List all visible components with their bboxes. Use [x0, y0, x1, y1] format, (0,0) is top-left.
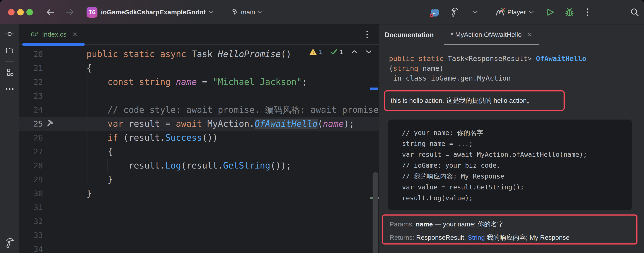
line-gutter: 25 — [19, 117, 67, 131]
doc-code-line: var result = await MyAction.ofAwaitHello… — [402, 149, 632, 160]
line-gutter: 21 — [19, 61, 67, 75]
sidebar-item-structure[interactable] — [4, 66, 16, 79]
run-configuration-icon[interactable] — [495, 7, 505, 17]
line-gutter: 29 — [19, 172, 67, 186]
code-token: if — [108, 133, 118, 143]
documentation-panel: Documentation * MyAction.OfAwaitHello pu… — [379, 24, 644, 253]
code-token: ; — [302, 77, 307, 87]
code-line[interactable]: 33 — [19, 228, 379, 242]
project-name[interactable]: ioGameSdkCsharpExampleGodot — [101, 8, 206, 16]
code-line[interactable]: 25 var result = await MyAction.OfAwaitHe… — [19, 117, 379, 131]
project-chevron-down-icon[interactable] — [208, 10, 214, 14]
code-token: name — [416, 221, 433, 228]
code-token: ( — [389, 64, 393, 72]
prev-problem-chevron-up-icon[interactable] — [351, 50, 358, 54]
doc-code-line: result.Log(value); — [402, 193, 632, 204]
code-token: MyAction. — [202, 119, 255, 129]
code-line[interactable]: 21{ — [19, 61, 379, 75]
code-token: GetString — [223, 160, 270, 171]
doc-code-line: string name = ...; — [402, 138, 632, 149]
code-text: { — [67, 147, 113, 157]
inspections-widget[interactable]: 1 1 — [309, 48, 372, 55]
godot-engine-icon[interactable] — [429, 7, 441, 18]
search-everywhere-icon[interactable] — [630, 8, 639, 17]
next-problem-chevron-down-icon[interactable] — [366, 50, 372, 54]
code-token: await — [176, 119, 202, 129]
doc-description: this is hello action. 这是我的提供的 hello acti… — [391, 96, 533, 105]
code-token: . — [456, 74, 460, 82]
code-token: "Michael Jackson" — [212, 77, 302, 87]
code-token: ioGame — [431, 74, 456, 82]
build-hammer-icon[interactable] — [450, 7, 459, 17]
doc-params-highlight-box: Params: name — your name; 你的名字 Returns: … — [382, 215, 638, 245]
project-icon-label: IG — [88, 9, 96, 16]
line-number: 27 — [34, 147, 43, 156]
debug-button[interactable] — [565, 7, 574, 17]
tab-index-cs[interactable]: C# Index.cs — [22, 24, 85, 44]
minimize-window-button[interactable] — [17, 9, 24, 15]
doc-code-line: // ioGame: your biz code. — [402, 160, 632, 171]
code-token: result = — [124, 119, 176, 129]
gutter-hammer-icon[interactable] — [45, 119, 54, 128]
editor-options-kebab-icon[interactable] — [366, 30, 368, 38]
code-token: name — [176, 77, 197, 87]
code-text: public static async Task HelloPromise() — [67, 49, 291, 59]
code-text: { — [67, 63, 92, 73]
line-number: 31 — [34, 203, 43, 212]
code-line[interactable]: 30} — [19, 186, 379, 200]
code-text: const string name = "Michael Jackson"; — [67, 77, 307, 87]
code-line[interactable]: 22 const string name = "Michael Jackson"… — [19, 75, 379, 89]
branch-chevron-down-icon — [258, 10, 263, 14]
doc-returns-line: Returns: ResponseResult, String 我的响应内容; … — [390, 233, 636, 242]
line-number: 23 — [34, 91, 43, 100]
sidebar-item-project[interactable] — [4, 44, 16, 57]
editor-tab-bar: C# Index.cs — [19, 24, 379, 45]
sidebar-item-more-tools[interactable] — [4, 83, 16, 95]
run-button[interactable] — [546, 8, 554, 16]
code-token: public static — [389, 54, 448, 63]
vcs-widget[interactable]: main — [231, 8, 263, 16]
code-line[interactable]: 29 } — [19, 172, 379, 186]
sidebar-item-commit[interactable] — [4, 28, 16, 40]
doc-tab-label: * MyAction.OfAwaitHello — [451, 31, 522, 38]
code-token: } — [86, 174, 113, 184]
more-actions-kebab-icon[interactable] — [586, 7, 589, 17]
code-line[interactable]: 28 result.Log(result.GetString()); — [19, 159, 379, 172]
close-window-button[interactable] — [8, 9, 14, 15]
code-token: HelloPromise — [218, 49, 281, 59]
line-gutter: 27 — [19, 145, 67, 159]
run-configuration-chevron-down-icon[interactable] — [528, 10, 534, 14]
forward-button[interactable] — [65, 8, 75, 16]
code-line[interactable]: 24 // code style: await promise. 编码风格: a… — [19, 103, 379, 117]
doc-tab-close-icon[interactable] — [527, 32, 532, 37]
panel-title[interactable]: Documentation — [384, 31, 434, 39]
code-line[interactable]: 23 — [19, 89, 379, 103]
zoom-window-button[interactable] — [26, 9, 33, 15]
doc-signature-line: in class ioGame.gen.MyAction — [389, 73, 586, 83]
line-number: 20 — [34, 50, 43, 59]
line-gutter: 20 — [19, 47, 67, 61]
code-token: string — [393, 64, 418, 72]
back-button[interactable] — [46, 8, 55, 16]
build-chevron-down-icon[interactable] — [472, 10, 478, 14]
tab-close-icon[interactable] — [72, 31, 78, 37]
code-text: if (result.Success()) — [67, 133, 218, 143]
code-line[interactable]: 27 { — [19, 145, 379, 159]
code-line[interactable]: 32 — [19, 214, 379, 228]
run-configuration-name[interactable]: Player — [507, 8, 526, 16]
sidebar-item-build[interactable] — [4, 237, 16, 249]
doc-signature-line: public static Task<ResponseResult> OfAwa… — [389, 54, 586, 64]
code-line[interactable]: 26 if (result.Success()) — [19, 131, 379, 145]
code-line[interactable]: 31 — [19, 200, 379, 214]
activity-bar — [0, 24, 19, 253]
code-token: Params: — [390, 221, 416, 228]
more-tools-ellipsis-icon — [5, 88, 14, 90]
code-token: name — [323, 119, 344, 129]
code-token: in class — [389, 74, 431, 82]
error-stripe-mark-blue[interactable] — [370, 87, 378, 90]
tab-myaction-ofawaithello[interactable]: * MyAction.OfAwaitHello — [444, 25, 539, 45]
code-line[interactable]: 34 — [19, 242, 379, 253]
project-icon[interactable]: IG — [86, 7, 98, 18]
editor-scrollbar[interactable] — [372, 172, 378, 253]
code-editor[interactable]: 20public static async Task HelloPromise(… — [19, 45, 379, 253]
